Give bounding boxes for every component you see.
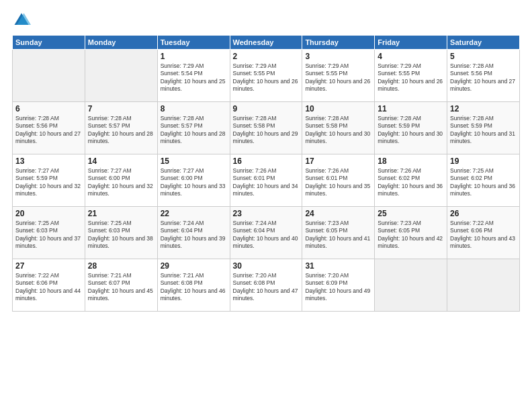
day-detail: Sunrise: 7:26 AM Sunset: 6:01 PM Dayligh… bbox=[305, 167, 371, 198]
day-number: 28 bbox=[88, 261, 154, 271]
day-number: 8 bbox=[161, 104, 227, 113]
calendar-cell bbox=[375, 259, 447, 312]
header-day-thursday: Thursday bbox=[302, 36, 375, 50]
day-number: 5 bbox=[450, 52, 517, 61]
header-row: SundayMondayTuesdayWednesdayThursdayFrid… bbox=[13, 36, 520, 50]
calendar-cell: 17Sunrise: 7:26 AM Sunset: 6:01 PM Dayli… bbox=[302, 154, 375, 207]
day-detail: Sunrise: 7:27 AM Sunset: 6:00 PM Dayligh… bbox=[161, 167, 227, 198]
calendar-cell: 13Sunrise: 7:27 AM Sunset: 5:59 PM Dayli… bbox=[13, 154, 85, 207]
day-detail: Sunrise: 7:23 AM Sunset: 6:05 PM Dayligh… bbox=[305, 220, 371, 250]
day-number: 31 bbox=[305, 261, 371, 271]
day-detail: Sunrise: 7:28 AM Sunset: 5:59 PM Dayligh… bbox=[450, 115, 517, 146]
day-number: 6 bbox=[15, 104, 82, 113]
day-detail: Sunrise: 7:27 AM Sunset: 5:59 PM Dayligh… bbox=[15, 167, 82, 198]
day-number: 10 bbox=[305, 104, 371, 113]
day-number: 15 bbox=[161, 156, 227, 166]
day-detail: Sunrise: 7:28 AM Sunset: 5:56 PM Dayligh… bbox=[15, 115, 82, 146]
day-number: 24 bbox=[305, 209, 371, 218]
day-detail: Sunrise: 7:20 AM Sunset: 6:09 PM Dayligh… bbox=[305, 272, 371, 303]
day-number: 18 bbox=[378, 156, 444, 166]
day-number: 2 bbox=[233, 52, 300, 61]
day-detail: Sunrise: 7:29 AM Sunset: 5:55 PM Dayligh… bbox=[305, 62, 371, 93]
page: SundayMondayTuesdayWednesdayThursdayFrid… bbox=[0, 0, 532, 411]
header-day-monday: Monday bbox=[85, 36, 157, 50]
calendar-cell: 3Sunrise: 7:29 AM Sunset: 5:55 PM Daylig… bbox=[302, 50, 375, 102]
calendar-cell: 8Sunrise: 7:28 AM Sunset: 5:57 PM Daylig… bbox=[157, 102, 230, 154]
calendar-cell: 24Sunrise: 7:23 AM Sunset: 6:05 PM Dayli… bbox=[302, 207, 375, 259]
calendar-cell: 21Sunrise: 7:25 AM Sunset: 6:03 PM Dayli… bbox=[85, 207, 157, 259]
calendar-cell: 27Sunrise: 7:22 AM Sunset: 6:06 PM Dayli… bbox=[13, 259, 85, 312]
day-number: 27 bbox=[15, 261, 82, 271]
day-detail: Sunrise: 7:25 AM Sunset: 6:03 PM Dayligh… bbox=[15, 220, 82, 250]
calendar-body: 1Sunrise: 7:29 AM Sunset: 5:54 PM Daylig… bbox=[13, 50, 520, 312]
header-day-saturday: Saturday bbox=[447, 36, 520, 50]
calendar-cell bbox=[447, 259, 520, 312]
calendar-cell: 19Sunrise: 7:25 AM Sunset: 6:02 PM Dayli… bbox=[447, 154, 520, 207]
calendar-cell: 6Sunrise: 7:28 AM Sunset: 5:56 PM Daylig… bbox=[13, 102, 85, 154]
day-number: 11 bbox=[378, 104, 444, 113]
calendar-cell: 16Sunrise: 7:26 AM Sunset: 6:01 PM Dayli… bbox=[230, 154, 302, 207]
day-number: 25 bbox=[378, 209, 444, 218]
day-number: 30 bbox=[233, 261, 300, 271]
day-detail: Sunrise: 7:20 AM Sunset: 6:08 PM Dayligh… bbox=[233, 272, 300, 303]
calendar-cell bbox=[85, 50, 157, 102]
day-detail: Sunrise: 7:27 AM Sunset: 6:00 PM Dayligh… bbox=[88, 167, 154, 198]
day-detail: Sunrise: 7:26 AM Sunset: 6:01 PM Dayligh… bbox=[233, 167, 300, 198]
day-number: 23 bbox=[233, 209, 300, 218]
day-detail: Sunrise: 7:29 AM Sunset: 5:55 PM Dayligh… bbox=[233, 62, 300, 93]
day-detail: Sunrise: 7:28 AM Sunset: 5:57 PM Dayligh… bbox=[161, 115, 227, 146]
day-detail: Sunrise: 7:24 AM Sunset: 6:04 PM Dayligh… bbox=[233, 220, 300, 250]
day-number: 12 bbox=[450, 104, 517, 113]
calendar-cell bbox=[13, 50, 85, 102]
day-detail: Sunrise: 7:21 AM Sunset: 6:08 PM Dayligh… bbox=[161, 272, 227, 303]
day-detail: Sunrise: 7:22 AM Sunset: 6:06 PM Dayligh… bbox=[450, 220, 517, 250]
day-detail: Sunrise: 7:28 AM Sunset: 5:58 PM Dayligh… bbox=[305, 115, 371, 146]
header-day-sunday: Sunday bbox=[13, 36, 85, 50]
day-detail: Sunrise: 7:28 AM Sunset: 5:58 PM Dayligh… bbox=[233, 115, 300, 146]
day-number: 22 bbox=[161, 209, 227, 218]
header-day-friday: Friday bbox=[375, 36, 447, 50]
day-number: 16 bbox=[233, 156, 300, 166]
day-detail: Sunrise: 7:28 AM Sunset: 5:57 PM Dayligh… bbox=[88, 115, 154, 146]
day-number: 13 bbox=[15, 156, 82, 166]
calendar-cell: 31Sunrise: 7:20 AM Sunset: 6:09 PM Dayli… bbox=[302, 259, 375, 312]
logo-icon bbox=[12, 11, 31, 30]
day-detail: Sunrise: 7:28 AM Sunset: 5:56 PM Dayligh… bbox=[450, 62, 517, 93]
calendar-cell: 7Sunrise: 7:28 AM Sunset: 5:57 PM Daylig… bbox=[85, 102, 157, 154]
calendar-header: SundayMondayTuesdayWednesdayThursdayFrid… bbox=[13, 36, 520, 50]
calendar-cell: 12Sunrise: 7:28 AM Sunset: 5:59 PM Dayli… bbox=[447, 102, 520, 154]
day-number: 29 bbox=[161, 261, 227, 271]
calendar-cell: 1Sunrise: 7:29 AM Sunset: 5:54 PM Daylig… bbox=[157, 50, 230, 102]
calendar-cell: 22Sunrise: 7:24 AM Sunset: 6:04 PM Dayli… bbox=[157, 207, 230, 259]
day-detail: Sunrise: 7:22 AM Sunset: 6:06 PM Dayligh… bbox=[15, 272, 82, 303]
calendar-cell: 26Sunrise: 7:22 AM Sunset: 6:06 PM Dayli… bbox=[447, 207, 520, 259]
calendar-cell: 18Sunrise: 7:26 AM Sunset: 6:02 PM Dayli… bbox=[375, 154, 447, 207]
day-number: 1 bbox=[161, 52, 227, 61]
day-detail: Sunrise: 7:23 AM Sunset: 6:05 PM Dayligh… bbox=[378, 220, 444, 250]
header-day-tuesday: Tuesday bbox=[157, 36, 230, 50]
day-detail: Sunrise: 7:24 AM Sunset: 6:04 PM Dayligh… bbox=[161, 220, 227, 250]
calendar-cell: 2Sunrise: 7:29 AM Sunset: 5:55 PM Daylig… bbox=[230, 50, 302, 102]
calendar-cell: 9Sunrise: 7:28 AM Sunset: 5:58 PM Daylig… bbox=[230, 102, 302, 154]
day-number: 20 bbox=[15, 209, 82, 218]
header bbox=[12, 11, 520, 30]
day-number: 17 bbox=[305, 156, 371, 166]
day-number: 26 bbox=[450, 209, 517, 218]
day-detail: Sunrise: 7:25 AM Sunset: 6:03 PM Dayligh… bbox=[88, 220, 154, 250]
calendar-cell: 10Sunrise: 7:28 AM Sunset: 5:58 PM Dayli… bbox=[302, 102, 375, 154]
day-detail: Sunrise: 7:26 AM Sunset: 6:02 PM Dayligh… bbox=[378, 167, 444, 198]
day-detail: Sunrise: 7:29 AM Sunset: 5:54 PM Dayligh… bbox=[161, 62, 227, 93]
day-number: 21 bbox=[88, 209, 154, 218]
calendar: SundayMondayTuesdayWednesdayThursdayFrid… bbox=[12, 35, 520, 312]
calendar-cell: 11Sunrise: 7:28 AM Sunset: 5:59 PM Dayli… bbox=[375, 102, 447, 154]
calendar-cell: 15Sunrise: 7:27 AM Sunset: 6:00 PM Dayli… bbox=[157, 154, 230, 207]
day-number: 4 bbox=[378, 52, 444, 61]
day-number: 19 bbox=[450, 156, 517, 166]
calendar-cell: 25Sunrise: 7:23 AM Sunset: 6:05 PM Dayli… bbox=[375, 207, 447, 259]
calendar-cell: 20Sunrise: 7:25 AM Sunset: 6:03 PM Dayli… bbox=[13, 207, 85, 259]
calendar-cell: 29Sunrise: 7:21 AM Sunset: 6:08 PM Dayli… bbox=[157, 259, 230, 312]
day-number: 7 bbox=[88, 104, 154, 113]
calendar-cell: 5Sunrise: 7:28 AM Sunset: 5:56 PM Daylig… bbox=[447, 50, 520, 102]
week-row-4: 20Sunrise: 7:25 AM Sunset: 6:03 PM Dayli… bbox=[13, 207, 520, 259]
week-row-1: 1Sunrise: 7:29 AM Sunset: 5:54 PM Daylig… bbox=[13, 50, 520, 102]
